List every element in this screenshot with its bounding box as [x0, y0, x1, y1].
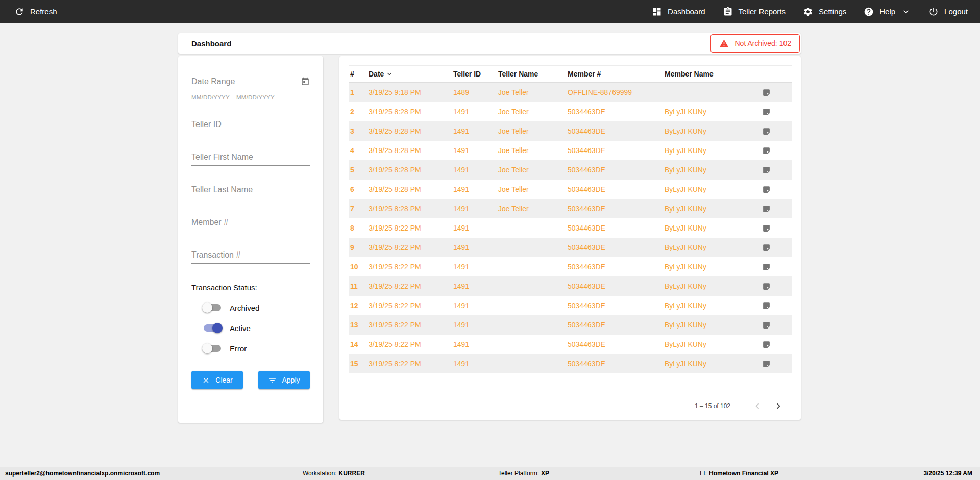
- cell-teller-id: 1491: [452, 360, 497, 368]
- table-row[interactable]: 73/19/25 8:28 PM1491Joe Teller5034463DEB…: [349, 199, 792, 218]
- filter-list-icon: [268, 376, 277, 385]
- cell-member-name: ByLyJI KUNy: [663, 127, 759, 135]
- field-block-teller-last-name: Teller Last Name: [191, 185, 310, 198]
- table-row[interactable]: 93/19/25 8:22 PM14915034463DEByLyJI KUNy: [349, 238, 792, 257]
- transaction-number-input[interactable]: Transaction #: [191, 250, 310, 264]
- close-icon: [202, 376, 210, 385]
- note-icon[interactable]: [761, 360, 792, 368]
- toggle-thumb: [202, 302, 212, 313]
- teller-platform-info: Teller Platform: XP: [498, 467, 549, 480]
- cell-date: 3/19/25 9:18 PM: [367, 88, 452, 96]
- cell-member-name: ByLyJI KUNy: [663, 282, 759, 290]
- date-range-field-block: Date Range MM/DD/YYYY – MM/DD/YYYY: [191, 77, 310, 100]
- cell-member-number: 5034463DE: [566, 127, 663, 135]
- field-block-teller-first-name: Teller First Name: [191, 153, 310, 166]
- member-number-input[interactable]: Member #: [191, 218, 310, 231]
- note-icon[interactable]: [761, 127, 792, 136]
- note-icon[interactable]: [761, 301, 792, 310]
- note-icon[interactable]: [761, 166, 792, 174]
- note-icon[interactable]: [761, 243, 792, 252]
- gear-icon: [803, 7, 813, 17]
- cell-member-number: 5034463DE: [566, 146, 663, 155]
- top-navigation-bar: Refresh DashboardTeller ReportsSettingsH…: [0, 0, 980, 23]
- cell-actions: [759, 263, 792, 271]
- table-row[interactable]: 143/19/25 8:22 PM14915034463DEByLyJI KUN…: [349, 335, 792, 354]
- teller-last-name-input[interactable]: Teller Last Name: [191, 185, 310, 198]
- toggle-error[interactable]: Error: [204, 342, 310, 355]
- table-row[interactable]: 33/19/25 8:28 PM1491Joe Teller5034463DEB…: [349, 121, 792, 141]
- cell-teller-id: 1491: [452, 243, 497, 251]
- note-icon[interactable]: [761, 263, 792, 271]
- next-page-button[interactable]: [773, 400, 784, 412]
- cell-actions: [759, 301, 792, 310]
- cell-num: 15: [349, 360, 367, 368]
- teller-id-input[interactable]: Teller ID: [191, 120, 310, 133]
- table-row[interactable]: 43/19/25 8:28 PM1491Joe Teller5034463DEB…: [349, 141, 792, 160]
- toggle-error-switch[interactable]: [204, 345, 221, 352]
- note-icon[interactable]: [761, 146, 792, 155]
- dashboard-header-card: Dashboard Not Archived: 102: [178, 33, 801, 54]
- pagination: 1 – 15 of 102: [695, 400, 784, 412]
- nav-item-settings[interactable]: Settings: [803, 7, 846, 17]
- toggle-active[interactable]: Active: [204, 321, 310, 335]
- cell-num: 9: [349, 243, 367, 251]
- toggle-archived[interactable]: Archived: [204, 301, 310, 314]
- cell-num: 4: [349, 146, 367, 155]
- table-row[interactable]: 13/19/25 9:18 PM1489Joe TellerOFFLINE-88…: [349, 83, 792, 102]
- teller-first-name-input[interactable]: Teller First Name: [191, 153, 310, 166]
- cell-member-number: OFFLINE-88769999: [566, 88, 663, 96]
- nav-item-teller-reports[interactable]: Teller Reports: [723, 7, 786, 17]
- cell-member-name: ByLyJI KUNy: [663, 321, 759, 329]
- table-row[interactable]: 53/19/25 8:28 PM1491Joe Teller5034463DEB…: [349, 160, 792, 180]
- note-icon[interactable]: [761, 282, 792, 291]
- cell-teller-id: 1491: [452, 301, 497, 310]
- not-archived-badge[interactable]: Not Archived: 102: [710, 34, 800, 53]
- calendar-icon[interactable]: [301, 77, 310, 86]
- column-header-num[interactable]: #: [349, 70, 367, 78]
- sort-descending-icon: [385, 70, 394, 78]
- table-row[interactable]: 103/19/25 8:22 PM14915034463DEByLyJI KUN…: [349, 257, 792, 276]
- cell-member-name: ByLyJI KUNy: [663, 185, 759, 193]
- table-row[interactable]: 23/19/25 8:28 PM1491Joe Teller5034463DEB…: [349, 102, 792, 121]
- previous-page-button[interactable]: [752, 400, 763, 412]
- note-icon[interactable]: [761, 340, 792, 349]
- column-header-member-[interactable]: Member #: [566, 70, 663, 78]
- clipboard-icon: [723, 7, 733, 17]
- date-range-placeholder: Date Range: [191, 77, 235, 86]
- cell-date: 3/19/25 8:22 PM: [367, 340, 452, 348]
- note-icon[interactable]: [761, 88, 792, 97]
- table-row[interactable]: 153/19/25 8:22 PM14915034463DEByLyJI KUN…: [349, 354, 792, 373]
- column-header-member-name[interactable]: Member Name: [663, 70, 759, 78]
- chevron-down-icon: [901, 7, 911, 17]
- table-row[interactable]: 113/19/25 8:22 PM14915034463DEByLyJI KUN…: [349, 276, 792, 296]
- transaction-number-placeholder: Transaction #: [191, 250, 240, 260]
- table-row[interactable]: 63/19/25 8:28 PM1491Joe Teller5034463DEB…: [349, 180, 792, 199]
- nav-item-label: Settings: [819, 7, 846, 16]
- nav-item-help[interactable]: Help: [864, 7, 911, 17]
- cell-member-number: 5034463DE: [566, 205, 663, 213]
- column-header-date[interactable]: Date: [367, 70, 452, 78]
- nav-item-logout[interactable]: Logout: [928, 7, 968, 17]
- note-icon[interactable]: [761, 205, 792, 213]
- note-icon[interactable]: [761, 321, 792, 330]
- cell-num: 13: [349, 321, 367, 329]
- cell-member-name: ByLyJI KUNy: [663, 108, 759, 116]
- note-icon[interactable]: [761, 185, 792, 194]
- note-icon[interactable]: [761, 108, 792, 116]
- column-header-teller-name[interactable]: Teller Name: [497, 70, 566, 78]
- table-row[interactable]: 133/19/25 8:22 PM14915034463DEByLyJI KUN…: [349, 315, 792, 335]
- clear-button[interactable]: Clear: [191, 371, 243, 389]
- note-icon[interactable]: [761, 224, 792, 233]
- toggle-active-switch[interactable]: [204, 324, 221, 332]
- refresh-button[interactable]: Refresh: [14, 7, 57, 17]
- toggle-archived-switch[interactable]: [204, 304, 221, 311]
- apply-button[interactable]: Apply: [258, 371, 310, 389]
- nav-item-dashboard[interactable]: Dashboard: [652, 7, 705, 17]
- column-header-teller-id[interactable]: Teller ID: [452, 70, 497, 78]
- cell-actions: [759, 205, 792, 213]
- cell-member-name: ByLyJI KUNy: [663, 301, 759, 310]
- table-row[interactable]: 83/19/25 8:22 PM14915034463DEByLyJI KUNy: [349, 218, 792, 238]
- table-row[interactable]: 123/19/25 8:22 PM14915034463DEByLyJI KUN…: [349, 296, 792, 315]
- cell-member-number: 5034463DE: [566, 108, 663, 116]
- date-range-input[interactable]: Date Range: [191, 77, 310, 90]
